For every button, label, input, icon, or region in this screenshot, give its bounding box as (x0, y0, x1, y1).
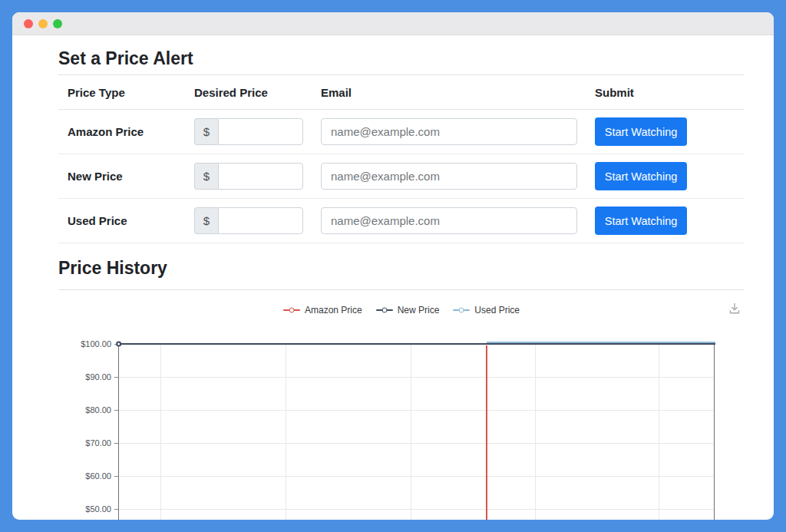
y-axis-label: $90.00 (44, 372, 111, 382)
y-axis-label: $50.00 (44, 504, 111, 514)
h-gridline (119, 443, 714, 444)
price-type-label: New Price (58, 170, 194, 183)
desired-price-input[interactable] (218, 118, 303, 145)
download-icon (727, 301, 742, 316)
start-watching-button[interactable]: Start Watching (595, 117, 687, 146)
table-row-used-price: Used Price $ Start Watching (58, 199, 745, 243)
window-titlebar (12, 12, 774, 35)
y-axis-tick (114, 476, 119, 477)
price-history-chart: $100.00$90.00$80.00$70.00$60.00$50.00 (58, 316, 745, 519)
currency-prefix: $ (194, 163, 218, 190)
desired-price-input[interactable] (218, 163, 303, 190)
price-history-title: Price History (58, 258, 745, 278)
chart-legend: Amazon PriceNew PriceUsed Price (58, 304, 745, 316)
start-watching-button[interactable]: Start Watching (595, 207, 687, 235)
column-header-submit: Submit (595, 86, 745, 99)
series-amazon-price-line (486, 345, 487, 520)
desired-price-input-group: $ (194, 163, 303, 190)
h-gridline (119, 509, 714, 510)
email-input[interactable] (321, 207, 577, 234)
y-axis-tick (114, 377, 119, 378)
table-header-row: Price Type Desired Price Email Submit (58, 75, 745, 110)
h-gridline (119, 476, 714, 477)
y-axis-label: $80.00 (44, 405, 111, 415)
desired-price-input-group: $ (194, 207, 303, 234)
currency-prefix: $ (194, 118, 218, 145)
legend-line-marker-icon (283, 306, 300, 314)
h-gridline (119, 377, 714, 378)
table-row-amazon-price: Amazon Price $ Start Watching (58, 110, 745, 154)
series-used-price-line (487, 342, 715, 343)
table-row-new-price: New Price $ Start Watching (58, 154, 745, 199)
download-chart-button[interactable] (726, 301, 743, 318)
divider (58, 289, 745, 290)
close-button[interactable] (24, 19, 33, 28)
desired-price-input[interactable] (218, 207, 303, 234)
price-type-label: Used Price (58, 214, 194, 227)
y-axis-label: $70.00 (44, 438, 111, 448)
column-header-email: Email (321, 86, 595, 99)
email-input[interactable] (321, 118, 577, 145)
y-axis-tick (114, 509, 119, 510)
legend-item-new-price[interactable]: New Price (376, 305, 440, 316)
h-gridline (119, 410, 714, 411)
legend-item-amazon-price[interactable]: Amazon Price (283, 305, 362, 316)
desired-price-input-group: $ (194, 118, 303, 145)
legend-item-used-price[interactable]: Used Price (453, 305, 520, 316)
series-new-price-line (119, 343, 715, 345)
zoom-button[interactable] (53, 19, 62, 28)
y-axis-label: $60.00 (44, 471, 111, 481)
price-type-label: Amazon Price (58, 125, 194, 138)
v-gridline (160, 344, 161, 520)
minimize-button[interactable] (38, 19, 48, 28)
start-watching-button[interactable]: Start Watching (595, 162, 687, 190)
email-input[interactable] (321, 163, 577, 190)
browser-window: Set a Price Alert Price Type Desired Pri… (12, 12, 774, 520)
currency-prefix: $ (194, 207, 218, 234)
legend-label: New Price (398, 305, 440, 316)
column-header-desired-price: Desired Price (194, 86, 321, 99)
y-axis-label: $100.00 (44, 339, 111, 349)
plot-area: $100.00$90.00$80.00$70.00$60.00$50.00 (118, 344, 715, 520)
series-point-marker (116, 342, 121, 347)
v-gridline (286, 344, 286, 520)
legend-label: Amazon Price (305, 305, 362, 316)
y-axis-tick (114, 410, 119, 411)
column-header-price-type: Price Type (58, 86, 194, 99)
page-title: Set a Price Alert (58, 48, 745, 68)
v-gridline (411, 344, 411, 520)
legend-line-marker-icon (376, 306, 393, 314)
y-axis-tick (114, 443, 119, 444)
legend-line-marker-icon (453, 306, 470, 314)
legend-label: Used Price (474, 305, 520, 316)
v-gridline (535, 344, 536, 520)
v-gridline (659, 344, 659, 520)
